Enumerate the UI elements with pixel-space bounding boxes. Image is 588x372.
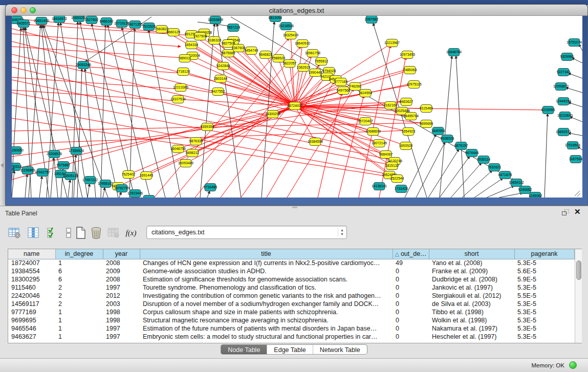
network-canvas[interactable]: 1872400718300295766382296601258912954165… [12, 16, 582, 198]
network-node[interactable]: 10654112 [509, 179, 524, 187]
new-table-icon[interactable] [74, 226, 88, 240]
selected-edge[interactable] [295, 73, 315, 106]
tab-node-table[interactable]: Node Table [221, 345, 267, 354]
edge[interactable] [440, 56, 452, 198]
network-node[interactable]: 25260650 [12, 147, 24, 155]
table-cell[interactable]: 2 [55, 292, 103, 300]
network-node[interactable]: 1527602 [85, 16, 99, 24]
network-node-selected[interactable]: 16046756 [170, 145, 186, 153]
network-node-selected[interactable]: 8454749 [245, 47, 258, 55]
table-cell[interactable]: 1997 [103, 283, 140, 292]
network-node-selected[interactable]: 1654923 [402, 128, 416, 136]
table-cell[interactable]: 2008 [103, 275, 140, 283]
table-cell[interactable]: Estimation of significance thresholds fo… [140, 275, 393, 283]
network-node-selected[interactable]: 9242848 [216, 62, 230, 70]
table-cell[interactable]: Wolkin et al. (1998) [429, 316, 514, 324]
network-node[interactable]: 16053809 [208, 16, 223, 24]
edge[interactable] [88, 184, 90, 198]
edge[interactable] [68, 180, 70, 198]
network-node[interactable]: 12093872 [553, 83, 569, 91]
network-node-selected[interactable]: 18724007 [287, 102, 302, 110]
network-node[interactable]: 9227343 [557, 69, 571, 76]
table-cell[interactable]: 2 [55, 300, 103, 308]
edge[interactable] [25, 174, 27, 198]
network-node[interactable]: 11156869 [20, 167, 35, 174]
network-node[interactable]: 6879197 [454, 142, 468, 150]
network-node[interactable]: 1733426 [395, 185, 408, 193]
table-cell[interactable]: Investigating the contribution of common… [140, 292, 393, 300]
network-node[interactable]: 18416972 [52, 16, 67, 23]
network-node-selected[interactable]: 19384554 [308, 138, 323, 146]
network-node[interactable]: 15751074 [567, 39, 582, 47]
table-cell[interactable]: 1998 [103, 308, 140, 316]
network-node[interactable]: 29053346 [76, 61, 91, 69]
import-table-icon[interactable] [106, 226, 121, 240]
network-node-selected[interactable]: 5359354 [201, 123, 214, 131]
edge[interactable] [51, 158, 54, 198]
network-node[interactable]: 7632621 [488, 164, 502, 171]
network-node-selected[interactable]: 9777169 [334, 78, 348, 86]
network-node-selected[interactable]: 9660125 [167, 29, 181, 36]
column-header-out_de[interactable]: △ out_de… [393, 249, 429, 259]
network-node-selected[interactable]: 1693928 [399, 142, 413, 150]
table-cell[interactable]: 1 [55, 324, 103, 333]
network-node-selected[interactable]: 5822057 [283, 60, 297, 68]
selected-edge[interactable] [12, 34, 181, 47]
table-cell[interactable]: 5.5E-5 [514, 292, 574, 300]
network-node-selected[interactable]: 2522544 [390, 175, 404, 183]
selected-edge[interactable] [12, 47, 183, 58]
table-row[interactable]: 1872400712008Changes of HCN gene express… [8, 259, 574, 267]
edge[interactable] [568, 102, 582, 107]
network-node[interactable]: 2087682 [365, 16, 379, 24]
network-node[interactable]: 17957222 [82, 177, 98, 184]
network-node[interactable]: 12444154 [556, 98, 571, 105]
network-node[interactable]: 9245652 [518, 186, 532, 194]
edge[interactable] [568, 73, 582, 78]
network-node-selected[interactable]: 6497568 [337, 87, 351, 95]
column-header-short[interactable]: short [429, 249, 514, 259]
table-cell[interactable]: 5.3E-5 [514, 308, 574, 316]
column-header-in_degree[interactable]: in_degree [55, 249, 103, 259]
network-node[interactable]: 9474444 [465, 149, 479, 157]
table-cell[interactable]: 0 [393, 308, 429, 316]
table-cell[interactable]: 2008 [103, 259, 140, 267]
float-panel-icon[interactable] [562, 209, 570, 216]
table-selector-dropdown[interactable]: citations_edges.txt ▲▼ [146, 226, 347, 239]
network-node-selected[interactable]: 18640910 [295, 40, 310, 48]
network-node[interactable]: 7515526 [142, 23, 156, 31]
column-header-pagerank[interactable]: pagerank [514, 249, 574, 259]
table-scrollbar[interactable] [575, 249, 582, 343]
table-cell[interactable]: Jankovic et al. (1997) [429, 283, 514, 292]
delete-table-icon[interactable] [89, 226, 103, 240]
table-cell[interactable]: 1998 [103, 316, 140, 324]
table-cell[interactable]: 2 [55, 283, 103, 292]
network-node[interactable]: 12923446 [127, 190, 143, 198]
network-node-selected[interactable]: 2162160 [384, 102, 398, 110]
column-header-year[interactable]: year [103, 249, 140, 259]
network-node[interactable]: 8215955 [541, 106, 555, 114]
table-cell[interactable]: Tourette syndrome. Phenomenology and cla… [140, 283, 393, 292]
table-cell[interactable]: Disruption of a novel member of a sodium… [140, 300, 393, 308]
edge[interactable] [103, 187, 105, 198]
network-node-selected[interactable]: 9463627 [400, 98, 413, 106]
network-node-selected[interactable]: 746266 [350, 83, 361, 91]
table-cell[interactable]: 0 [393, 316, 429, 324]
network-node-selected[interactable]: 10973493 [400, 51, 415, 59]
window-titlebar[interactable]: citations_edges.txt [6, 5, 587, 16]
network-node[interactable]: 19218506 [278, 23, 294, 30]
table-cell[interactable]: 1997 [103, 333, 140, 341]
table-cell[interactable]: 5.3E-5 [514, 316, 574, 324]
collapse-arrow-icon[interactable] [1, 163, 4, 168]
network-node-selected[interactable]: 2718126 [177, 68, 190, 76]
table-cell[interactable]: 9777169 [8, 308, 55, 316]
selected-edge[interactable] [12, 77, 179, 89]
table-cell[interactable]: Hescheler et al. (1997) [429, 333, 514, 341]
close-panel-icon[interactable]: ✕ [574, 207, 581, 216]
edge[interactable] [39, 176, 42, 198]
resize-grip-icon[interactable] [575, 191, 580, 196]
edge[interactable] [119, 192, 121, 198]
network-node[interactable]: 9975887 [57, 162, 71, 169]
network-node-selected[interactable]: 2803144 [214, 75, 228, 83]
network-node[interactable]: 17359924 [69, 147, 84, 155]
table-cell[interactable]: 0 [393, 333, 429, 341]
